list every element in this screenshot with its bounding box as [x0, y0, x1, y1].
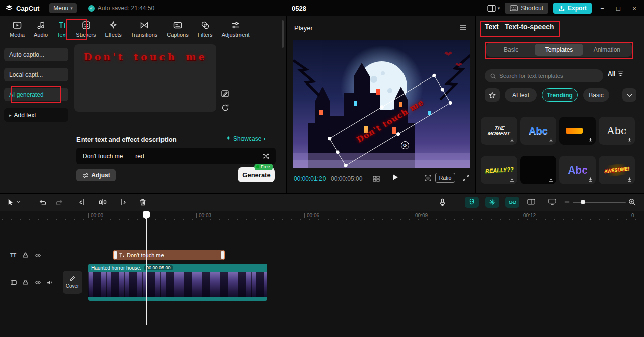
edit-text-icon[interactable]	[220, 89, 230, 99]
chip-trending[interactable]: Trending	[542, 88, 578, 102]
free-badge: Free	[254, 164, 273, 170]
showcase-link[interactable]: Showcase ›	[225, 135, 265, 142]
topbar: CapCut Menu ▾ ✓ Auto saved: 21:44:50 052…	[0, 0, 644, 16]
template-card[interactable]	[559, 117, 596, 145]
close-button[interactable]: ×	[629, 5, 640, 12]
tab-captions[interactable]: Captions	[162, 20, 193, 38]
zoom-out-icon[interactable]	[564, 199, 570, 205]
rotate-handle-icon[interactable]: ⟳	[401, 141, 409, 149]
download-icon[interactable]	[588, 177, 593, 182]
template-card[interactable]: THE MOMENT	[481, 117, 517, 145]
tab-text-library[interactable]: Text	[485, 23, 499, 31]
download-icon[interactable]	[509, 137, 515, 143]
layout-icon[interactable]	[487, 5, 496, 12]
sidebar-item-ai-generated[interactable]: AI generated	[4, 88, 68, 101]
favorites-button[interactable]	[485, 88, 500, 102]
zoom-fit-icon[interactable]	[628, 198, 636, 206]
subtab-basic[interactable]: Basic	[487, 44, 535, 56]
template-card[interactable]: Abc	[520, 117, 556, 145]
tab-text-to-speech[interactable]: Text-to-speech	[505, 23, 554, 31]
shuffle-icon[interactable]	[262, 152, 270, 160]
filter-all[interactable]: All	[608, 70, 624, 77]
download-icon[interactable]	[548, 177, 554, 182]
split-left-icon[interactable]	[78, 198, 87, 206]
eye-icon[interactable]	[34, 279, 41, 286]
timeline-ruler[interactable]: 00:00 00:03 00:06 00:09 00:12 0	[0, 211, 644, 221]
text-style-preview[interactable]: Don't touch me	[74, 44, 216, 112]
delete-icon[interactable]	[139, 198, 147, 206]
tab-effects[interactable]: Effects	[100, 20, 126, 38]
zoom-slider-knob[interactable]	[581, 200, 585, 204]
main-track-magnet-button[interactable]	[465, 197, 479, 208]
mute-speaker-icon[interactable]	[46, 279, 53, 286]
download-icon[interactable]	[627, 137, 632, 143]
maximize-button[interactable]: □	[613, 5, 624, 12]
eye-icon[interactable]	[34, 252, 41, 259]
tab-media[interactable]: Media	[5, 20, 29, 38]
template-card[interactable]: Abc	[599, 117, 635, 145]
menu-button[interactable]: Menu ▾	[49, 3, 77, 13]
ratio-button[interactable]: Ratio	[435, 173, 455, 183]
download-icon[interactable]	[509, 177, 515, 182]
tab-text[interactable]: Text	[52, 20, 71, 38]
layout-chevron-icon[interactable]: ▾	[498, 6, 500, 11]
sidebar-item-local-captions[interactable]: Local capti...	[4, 68, 68, 81]
clip-trim-handle-left[interactable]	[114, 251, 117, 259]
playhead-handle[interactable]	[143, 211, 150, 218]
select-tool-icon[interactable]	[7, 198, 14, 206]
lock-icon[interactable]	[22, 279, 29, 286]
minimize-button[interactable]: −	[597, 5, 608, 12]
fullscreen-icon[interactable]	[462, 174, 470, 182]
download-icon[interactable]	[627, 177, 632, 182]
clip-trim-handle-right[interactable]	[221, 251, 224, 259]
download-icon[interactable]	[588, 137, 593, 143]
regenerate-icon[interactable]	[220, 103, 230, 113]
undo-icon[interactable]	[38, 198, 47, 206]
split-icon[interactable]	[99, 198, 107, 206]
template-card[interactable]: AWESOME!	[599, 156, 635, 184]
link-clips-button[interactable]	[505, 197, 519, 208]
preview-quality-icon[interactable]	[373, 176, 380, 182]
expand-categories-button[interactable]	[622, 88, 636, 102]
search-input[interactable]	[499, 73, 598, 79]
tab-stickers[interactable]: Stickers	[71, 20, 100, 38]
redo-icon[interactable]	[55, 198, 64, 206]
shortcut-button[interactable]: Shortcut	[505, 3, 548, 14]
preview-axis-icon[interactable]	[548, 198, 556, 205]
lock-icon[interactable]	[22, 252, 29, 259]
auto-snap-button[interactable]	[485, 197, 499, 208]
tab-audio[interactable]: Audio	[29, 20, 52, 38]
video-preview[interactable]: Don't touch me ⟳	[293, 40, 470, 168]
template-card[interactable]: REALLY??	[481, 156, 517, 184]
template-search[interactable]	[485, 69, 603, 82]
autosave-check-icon: ✓	[88, 5, 95, 12]
sidebar-item-auto-captions[interactable]: Auto captio...	[4, 48, 68, 61]
chip-ai-text[interactable]: AI text	[505, 88, 537, 102]
download-icon[interactable]	[548, 137, 554, 143]
panel-scrollbar[interactable]	[282, 20, 284, 48]
export-button[interactable]: Export	[553, 3, 592, 14]
subtab-animation[interactable]: Animation	[583, 44, 631, 56]
subtab-templates[interactable]: Templates	[535, 44, 583, 56]
split-view-icon[interactable]	[527, 198, 535, 205]
adjust-button[interactable]: Adjust	[76, 169, 116, 181]
player-menu-icon[interactable]	[459, 24, 467, 31]
tab-transitions[interactable]: Transitions	[126, 20, 162, 38]
template-card[interactable]	[520, 156, 556, 184]
select-tool-chevron-icon[interactable]	[16, 200, 21, 203]
split-right-icon[interactable]	[119, 198, 127, 206]
play-button[interactable]	[391, 173, 399, 181]
timeline-text-clip[interactable]: Don't touch me	[113, 250, 225, 260]
selection-handle[interactable]	[379, 105, 384, 110]
record-voiceover-icon[interactable]	[439, 198, 446, 207]
prompt-input[interactable]: Don't touch me red	[76, 148, 276, 164]
template-card[interactable]: Abc	[559, 156, 596, 184]
sidebar-item-add-text[interactable]: ▸ Add text	[4, 108, 68, 122]
preview-focus-icon[interactable]	[424, 174, 432, 182]
tab-filters[interactable]: Filters	[193, 20, 217, 38]
tab-adjustment[interactable]: Adjustment	[217, 20, 254, 38]
timeline-video-clip[interactable]: Haunted horror house. 00:00:05:00	[88, 264, 267, 301]
cover-button[interactable]: Cover	[63, 271, 82, 294]
playhead-line[interactable]	[146, 218, 147, 325]
chip-basic[interactable]: Basic	[583, 88, 609, 102]
